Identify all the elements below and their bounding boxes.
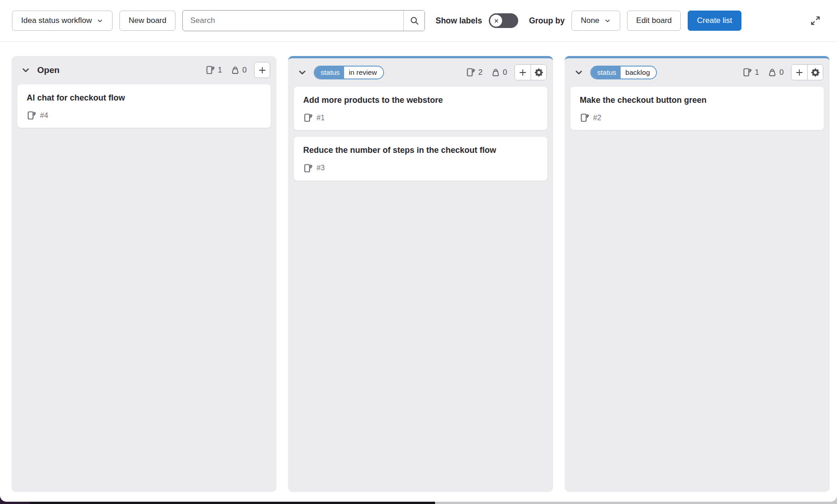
card-list: AI chat for checkout flow #4	[11, 78, 277, 128]
card-list: Make the checkout button green #2	[565, 81, 830, 130]
search-button[interactable]	[403, 11, 424, 31]
board-column-in-review: status in review 2 0	[288, 56, 553, 492]
show-labels-label: Show labels	[435, 16, 482, 26]
issue-icon	[303, 113, 313, 123]
group-by-dropdown[interactable]: None	[571, 11, 620, 31]
card-list: Add more products to the webstore #1 Red…	[288, 81, 553, 181]
chevron-down-icon	[297, 67, 307, 78]
issue-meta: #3	[303, 163, 538, 173]
issue-icon	[580, 113, 589, 123]
board-column-backlog: status backlog 1 0	[565, 56, 830, 492]
issue-id: #4	[40, 112, 48, 120]
weight-icon	[231, 66, 240, 75]
board-columns: Open 1 0 AI chat for checkout flow	[0, 42, 837, 492]
group-by-label: Group by	[529, 16, 565, 26]
add-issue-button[interactable]	[254, 62, 270, 78]
collapse-column-button[interactable]	[20, 64, 32, 76]
issue-card[interactable]: Reduce the number of steps in the checko…	[294, 136, 548, 180]
issue-icon	[303, 163, 313, 173]
edit-board-button[interactable]: Edit board	[627, 11, 681, 31]
label-scope: status	[591, 67, 621, 78]
issue-icon	[466, 67, 475, 77]
list-settings-button[interactable]	[531, 65, 546, 80]
issue-count: 2	[466, 67, 482, 77]
column-header: status in review 2 0	[288, 58, 553, 81]
issue-id: #3	[317, 164, 325, 172]
issue-count: 1	[742, 67, 759, 77]
group-by-value: None	[581, 16, 599, 25]
chevron-down-icon	[96, 17, 103, 24]
issue-title[interactable]: Add more products to the webstore	[303, 95, 519, 106]
issue-title[interactable]: Make the checkout button green	[580, 95, 796, 106]
search-box	[182, 10, 425, 31]
issue-card[interactable]: Make the checkout button green #2	[570, 86, 824, 130]
issue-meta: #4	[27, 111, 261, 120]
list-settings-button[interactable]	[807, 65, 823, 80]
x-icon	[493, 17, 500, 24]
weight-count: 0	[768, 68, 784, 77]
weight-count: 0	[231, 66, 247, 75]
issue-id: #2	[593, 114, 601, 122]
search-icon	[410, 16, 419, 25]
chevron-down-icon	[574, 67, 584, 78]
add-issue-button[interactable]	[515, 65, 531, 80]
issue-title[interactable]: AI chat for checkout flow	[27, 93, 243, 103]
weight-icon	[491, 68, 500, 77]
expand-icon	[810, 16, 820, 26]
column-actions	[791, 64, 823, 80]
label-value: in review	[344, 67, 383, 78]
issue-icon	[742, 67, 752, 77]
board-switcher-label: Idea status workflow	[21, 16, 92, 25]
board-switcher-dropdown[interactable]: Idea status workflow	[12, 11, 113, 31]
issue-meta: #2	[580, 113, 814, 123]
toggle-knob	[490, 15, 502, 27]
scoped-label: status backlog	[590, 66, 657, 79]
issue-icon	[205, 65, 215, 75]
column-actions	[515, 64, 547, 80]
column-header: status backlog 1 0	[565, 58, 830, 81]
gear-icon	[811, 68, 820, 77]
board-toolbar: Idea status workflow New board Show labe…	[0, 0, 837, 42]
new-board-button[interactable]: New board	[119, 11, 175, 31]
issue-card[interactable]: Add more products to the webstore #1	[294, 86, 548, 130]
chevron-down-icon	[604, 17, 611, 24]
show-labels-toggle[interactable]	[489, 13, 518, 28]
issue-count: 1	[205, 65, 222, 75]
issue-id: #1	[317, 114, 325, 122]
issue-card[interactable]: AI chat for checkout flow #4	[17, 84, 271, 128]
gear-icon	[535, 68, 543, 77]
board-column-open: Open 1 0 AI chat for checkout flow	[11, 56, 277, 492]
plus-icon	[519, 68, 527, 77]
fullscreen-board-button[interactable]	[806, 11, 825, 30]
issue-icon	[27, 111, 36, 120]
plus-icon	[795, 68, 803, 77]
issue-board-app: Idea status workflow New board Show labe…	[0, 0, 837, 502]
search-input[interactable]	[183, 11, 403, 31]
issue-meta: #1	[303, 113, 538, 123]
chevron-down-icon	[21, 65, 31, 75]
label-scope: status	[315, 67, 344, 78]
plus-icon	[258, 66, 266, 74]
issue-title[interactable]: Reduce the number of steps in the checko…	[303, 145, 519, 156]
collapse-column-button[interactable]	[573, 67, 585, 78]
weight-count: 0	[491, 68, 507, 77]
column-header: Open 1 0	[11, 56, 277, 78]
scoped-label: status in review	[314, 66, 384, 79]
weight-icon	[768, 68, 777, 77]
collapse-column-button[interactable]	[296, 67, 308, 78]
label-value: backlog	[621, 67, 656, 78]
add-issue-button[interactable]	[792, 65, 807, 80]
column-title: Open	[37, 65, 60, 75]
create-list-button[interactable]: Create list	[688, 11, 741, 31]
